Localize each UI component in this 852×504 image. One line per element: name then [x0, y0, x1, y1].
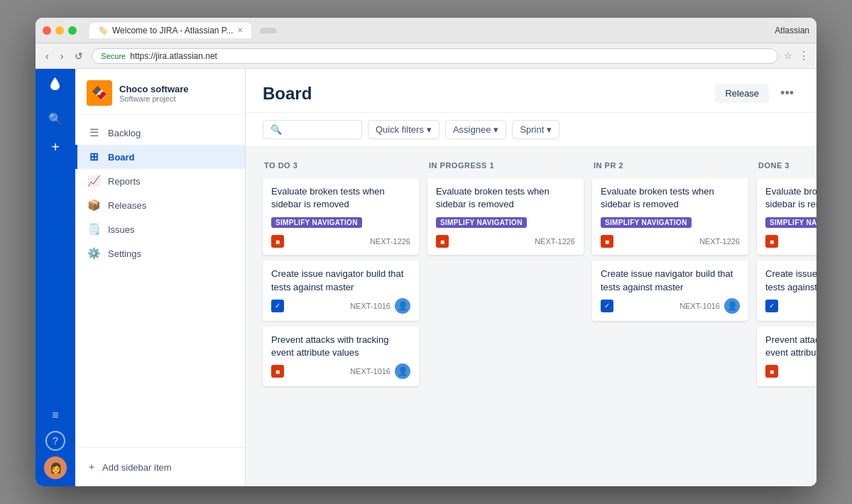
close-button[interactable]	[43, 26, 51, 35]
card-title: Create issue navigator build that tests …	[601, 268, 740, 293]
active-tab[interactable]: 🏷️ Welcome to JIRA - Atlassian P... ✕	[89, 23, 251, 38]
sidebar-item-reports-label: Reports	[108, 176, 141, 187]
card-footer: ✓NEXT-1016👤	[601, 298, 740, 314]
card-red-icon: ■	[271, 365, 284, 378]
board-card[interactable]: Create issue navigator build that tests …	[592, 261, 748, 320]
left-nav: 🔍 + ≡ ? 👩	[36, 69, 75, 486]
add-sidebar-button[interactable]: ＋ Add sidebar item	[87, 456, 172, 478]
sidebar-item-backlog-label: Backlog	[108, 128, 141, 138]
project-type: Software project	[119, 94, 189, 103]
card-red-icon: ■	[601, 235, 613, 248]
search-box[interactable]: 🔍	[263, 120, 362, 139]
column-inpr: IN PR 2Evaluate broken tests when sideba…	[592, 158, 748, 475]
search-input[interactable]	[286, 124, 357, 135]
card-footer: ■NEXT-1226	[601, 235, 740, 248]
settings-icon: ⚙️	[87, 247, 101, 260]
bookmark-button[interactable]: ☆	[784, 50, 792, 61]
sidebar-header: 🍫 Choco software Software project	[75, 69, 245, 115]
releases-icon: 📦	[87, 199, 101, 212]
browser-toolbar: ‹ › ↺ Secure https://jira.atlassian.net …	[36, 43, 816, 69]
card-id: NEXT-1016	[350, 367, 390, 376]
card-avatar: 👤	[724, 298, 740, 314]
app-layout: 🔍 + ≡ ? 👩 🍫 Choco software Software proj…	[36, 69, 816, 486]
card-tag: SIMPLIFY NAVIGATION	[765, 217, 816, 228]
forward-button[interactable]: ›	[58, 49, 67, 63]
project-icon: 🍫	[87, 80, 112, 106]
board-card[interactable]: Evaluate broken tests when sidebar is re…	[427, 178, 584, 255]
card-red-icon: ■	[765, 365, 778, 378]
atlassian-logo-icon	[47, 76, 64, 93]
sidebar-item-settings-label: Settings	[108, 248, 141, 259]
card-footer-right: NEXT-1016👤	[679, 298, 740, 314]
sidebar-item-issues[interactable]: 🗒️ Issues	[75, 217, 245, 241]
board-card[interactable]: Prevent attacks with tracking event attr…	[263, 327, 419, 386]
nav-help-icon[interactable]: ?	[45, 431, 65, 451]
board-card[interactable]: Evaluate broken tests when sidebar is re…	[592, 178, 748, 255]
sidebar-item-reports[interactable]: 📈 Reports	[75, 169, 245, 193]
board-card[interactable]: Prevent attacks with tracking event attr…	[757, 327, 816, 386]
card-avatar: 👤	[395, 363, 410, 379]
card-title: Prevent attacks with tracking event attr…	[271, 334, 410, 359]
card-title: Evaluate broken tests when sidebar is re…	[601, 185, 740, 211]
more-options-button[interactable]: •••	[775, 83, 799, 104]
column-header-inprogress: IN PROGRESS 1	[427, 158, 584, 172]
sprint-filter-button[interactable]: Sprint ▾	[512, 120, 559, 139]
minimize-button[interactable]	[55, 26, 64, 35]
assignee-filter-button[interactable]: Assignee ▾	[445, 120, 506, 139]
traffic-lights	[43, 26, 77, 35]
column-todo: TO DO 3Evaluate broken tests when sideba…	[263, 158, 419, 475]
card-title: Evaluate broken tests when sidebar is re…	[271, 185, 410, 211]
sidebar-item-releases-label: Releases	[108, 200, 146, 211]
card-footer-right: NEXT-1226	[535, 237, 575, 246]
nav-create-icon[interactable]: +	[43, 134, 68, 160]
issues-icon: 🗒️	[87, 223, 101, 236]
nav-hamburger-icon[interactable]: ≡	[43, 402, 68, 428]
board-card[interactable]: Create issue navigator build that tests …	[263, 261, 419, 320]
card-footer: ■NEXT-1226	[765, 235, 816, 248]
url-text: https://jira.atlassian.net	[130, 51, 217, 61]
project-name: Choco software	[119, 84, 189, 94]
board-card[interactable]: Create issue navigator build that tests …	[757, 261, 816, 320]
card-id: NEXT-1226	[699, 237, 740, 246]
column-header-todo: TO DO 3	[263, 158, 419, 172]
nav-logo[interactable]	[47, 76, 64, 96]
card-footer: ■NEXT-1016👤	[765, 363, 816, 379]
board: TO DO 3Evaluate broken tests when sideba…	[246, 147, 816, 486]
browser-menu-button[interactable]: ⋮	[798, 49, 809, 62]
column-header-done: DONE 3	[757, 158, 816, 172]
sprint-chevron: ▾	[547, 124, 552, 135]
card-id: NEXT-1016	[679, 302, 720, 310]
sidebar-footer: ＋ Add sidebar item	[75, 447, 245, 486]
inactive-tab[interactable]	[260, 28, 277, 33]
nav-user-avatar[interactable]: 👩	[44, 456, 67, 479]
reports-icon: 📈	[87, 175, 101, 187]
sidebar-item-backlog[interactable]: ☰ Backlog	[75, 121, 245, 145]
nav-search-icon[interactable]: 🔍	[43, 106, 68, 131]
sidebar-item-releases[interactable]: 📦 Releases	[75, 193, 245, 217]
board-card[interactable]: Evaluate broken tests when sidebar is re…	[757, 178, 816, 255]
tab-close-icon[interactable]: ✕	[237, 26, 243, 34]
card-footer-right: NEXT-1016👤	[350, 298, 410, 314]
card-tag: SIMPLIFY NAVIGATION	[436, 217, 527, 228]
card-red-icon: ■	[436, 235, 449, 248]
card-title: Create issue navigator build that tests …	[765, 268, 816, 293]
board-card[interactable]: Evaluate broken tests when sidebar is re…	[263, 178, 419, 255]
quick-filters-label: Quick filters	[376, 124, 424, 135]
sidebar-item-settings[interactable]: ⚙️ Settings	[75, 241, 245, 265]
card-blue-icon: ✓	[271, 300, 284, 312]
quick-filters-button[interactable]: Quick filters ▾	[368, 120, 439, 139]
address-bar[interactable]: Secure https://jira.atlassian.net	[92, 48, 778, 64]
sidebar-item-board[interactable]: ⊞ Board	[75, 145, 245, 169]
filter-bar: 🔍 Quick filters ▾ Assignee ▾ Sprint ▾	[246, 113, 816, 147]
sidebar-item-board-label: Board	[108, 152, 135, 163]
browser-window: 🏷️ Welcome to JIRA - Atlassian P... ✕ At…	[36, 18, 816, 486]
refresh-button[interactable]: ↺	[72, 49, 86, 63]
back-button[interactable]: ‹	[43, 49, 52, 63]
card-title: Create issue navigator build that tests …	[271, 268, 410, 293]
maximize-button[interactable]	[68, 26, 77, 35]
card-red-icon: ■	[271, 235, 284, 248]
main-header: Board Release •••	[246, 69, 816, 113]
release-button[interactable]: Release	[715, 84, 769, 103]
secure-badge: Secure	[101, 52, 126, 60]
assignee-label: Assignee	[453, 124, 491, 135]
